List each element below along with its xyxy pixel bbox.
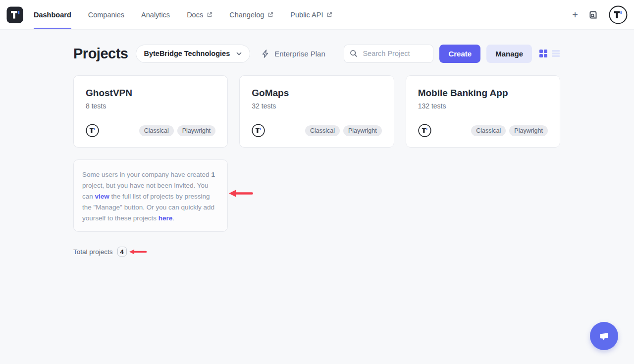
company-selector[interactable]: ByteBridge Technologies <box>136 45 250 63</box>
notice-text: Some users in your company have created <box>82 171 211 178</box>
card-footer: Classical Playwright <box>418 124 548 137</box>
projects-grid: GhostVPN 8 tests Classical Playwright Go… <box>73 75 560 148</box>
project-card-mobile-banking-app[interactable]: Mobile Banking App 132 tests Classical P… <box>406 75 560 148</box>
project-tests-count: 8 tests <box>86 102 215 110</box>
badge-playwright: Playwright <box>343 125 382 136</box>
grid-view-icon[interactable] <box>539 49 548 58</box>
view-link[interactable]: view <box>95 193 109 200</box>
total-projects-count: 4 <box>117 247 127 257</box>
plan-label: Enterprise Plan <box>274 50 325 58</box>
badge-playwright: Playwright <box>177 125 216 136</box>
chat-widget-button[interactable] <box>590 322 618 350</box>
notice-text: . <box>172 214 174 222</box>
topbar-actions: + <box>572 0 634 29</box>
project-name: GhostVPN <box>86 88 215 99</box>
badge-classical: Classical <box>471 125 506 136</box>
nav-tab-public-api[interactable]: Public API <box>290 0 332 29</box>
project-owner-avatar <box>86 124 99 137</box>
project-name: GoMaps <box>252 88 381 99</box>
project-card-gomaps[interactable]: GoMaps 32 tests Classical Playwright <box>239 75 394 148</box>
topbar: Dashboard Companies Analytics Docs Chang… <box>0 0 634 30</box>
project-tests-count: 132 tests <box>418 102 548 110</box>
total-projects-label: Total projects <box>73 248 113 256</box>
project-owner-avatar <box>418 124 431 137</box>
badge-classical: Classical <box>305 125 340 136</box>
nav-tab-docs[interactable]: Docs <box>187 0 212 29</box>
red-arrow-annotation <box>129 248 147 256</box>
nav-tab-label: Dashboard <box>34 11 71 19</box>
red-arrow-annotation <box>229 189 254 198</box>
badge-classical: Classical <box>139 125 174 136</box>
app-logo[interactable] <box>0 0 34 29</box>
main-nav: Dashboard Companies Analytics Docs Chang… <box>34 0 349 29</box>
external-link-icon <box>207 12 212 18</box>
view-toggles <box>539 49 560 58</box>
card-footer: Classical Playwright <box>252 124 381 137</box>
notice-count: 1 <box>211 171 215 178</box>
badge-list: Classical Playwright <box>305 125 382 136</box>
total-projects-row: Total projects 4 <box>73 247 560 257</box>
user-avatar[interactable] <box>609 5 628 24</box>
lightning-icon <box>261 49 270 58</box>
search-icon <box>350 50 358 57</box>
external-link-icon <box>326 12 332 18</box>
nav-tab-analytics[interactable]: Analytics <box>141 0 170 29</box>
external-link-icon <box>267 12 273 18</box>
projects-header: Projects ByteBridge Technologies Enterpr… <box>73 44 560 63</box>
badge-list: Classical Playwright <box>471 125 548 136</box>
here-link[interactable]: here <box>158 214 173 222</box>
chat-bubble-icon <box>597 329 611 343</box>
nav-tab-label: Public API <box>290 11 323 19</box>
nav-tab-companies[interactable]: Companies <box>88 0 124 29</box>
uninvited-projects-notice: Some users in your company have created … <box>73 159 228 232</box>
nav-tab-changelog[interactable]: Changelog <box>229 0 273 29</box>
add-icon[interactable]: + <box>572 10 578 20</box>
nav-tab-label: Docs <box>187 11 203 19</box>
badge-playwright: Playwright <box>509 125 548 136</box>
project-tests-count: 32 tests <box>252 102 381 110</box>
nav-tab-label: Analytics <box>141 11 170 19</box>
nav-tab-label: Companies <box>88 11 124 19</box>
release-notes-search-icon[interactable] <box>588 10 598 20</box>
list-view-icon[interactable] <box>551 49 560 58</box>
project-name: Mobile Banking App <box>418 88 548 99</box>
chevron-down-icon <box>236 51 242 57</box>
nav-tab-dashboard[interactable]: Dashboard <box>34 0 71 29</box>
badge-list: Classical Playwright <box>139 125 216 136</box>
manage-button[interactable]: Manage <box>486 45 532 63</box>
search-box <box>344 45 433 63</box>
project-owner-avatar <box>252 124 265 137</box>
company-selector-value: ByteBridge Technologies <box>144 50 230 57</box>
project-card-ghostvpn[interactable]: GhostVPN 8 tests Classical Playwright <box>73 75 228 148</box>
page-title: Projects <box>73 46 128 62</box>
create-button[interactable]: Create <box>439 45 480 63</box>
card-footer: Classical Playwright <box>86 124 215 137</box>
app-logo-icon <box>6 6 23 23</box>
nav-tab-label: Changelog <box>229 11 264 19</box>
main-content: Projects ByteBridge Technologies Enterpr… <box>73 30 560 257</box>
plan-indicator: Enterprise Plan <box>261 49 325 58</box>
notice-row: Some users in your company have created … <box>73 159 228 232</box>
